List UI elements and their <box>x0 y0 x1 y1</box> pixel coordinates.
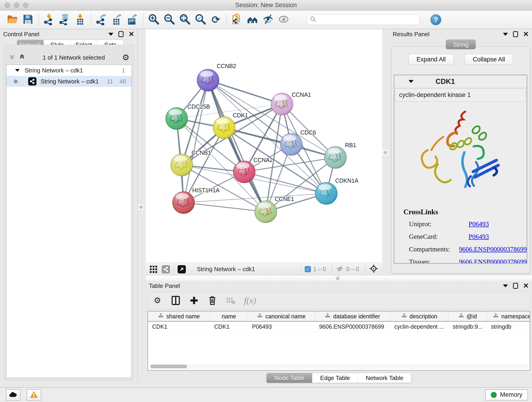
database-import-icon <box>59 13 70 26</box>
panel-menu-icon[interactable] <box>503 284 508 287</box>
collection-count: 1 <box>122 67 125 74</box>
network-graph[interactable]: CCNB2CCNA1CDC25BCDK1CDC6RB1CCNB1CCNA2CDK… <box>146 29 382 262</box>
collapse-all-button[interactable]: Collapse All <box>465 54 513 65</box>
warnings-button[interactable] <box>27 389 41 401</box>
current-network-indicator <box>14 80 18 83</box>
delete-column-icon[interactable] <box>207 295 217 306</box>
table-row[interactable]: CDK1 CDK1 P06493 9606.ENSP00000378699 cy… <box>148 322 530 332</box>
node-table[interactable]: shared name name canonical name database… <box>147 311 530 370</box>
results-panel: Results Panel ✕ String Expand All Collap… <box>389 29 532 274</box>
toolbar-search[interactable] <box>307 14 420 25</box>
selected-items-checkbox[interactable]: ✓ <box>305 266 311 272</box>
close-panel-icon[interactable]: ✕ <box>523 31 529 38</box>
network-row[interactable]: String Network – cdk1 11 48 <box>6 76 132 87</box>
node-label-rb1: RB1 <box>345 142 356 148</box>
export-network-to-file-button[interactable] <box>94 13 108 27</box>
column-header-database-identifier[interactable]: database identifier <box>315 312 390 321</box>
help-button[interactable]: ? <box>430 14 441 25</box>
node-table-header-row: shared name name canonical name database… <box>148 312 530 322</box>
uniprot-link[interactable]: P06493 <box>469 220 489 228</box>
zoom-fit-button[interactable] <box>178 13 191 27</box>
collapse-collection-icon[interactable] <box>15 69 20 72</box>
column-header-namespace[interactable]: namespace <box>487 312 530 321</box>
node-label-ccne1: CCNE1 <box>275 196 294 202</box>
node-label-cdk1: CDK1 <box>233 112 248 119</box>
tab-string[interactable]: String <box>446 40 476 49</box>
genecard-link[interactable]: P06493 <box>469 233 489 240</box>
first-neighbors-button[interactable] <box>246 13 259 27</box>
edge-count: 48 <box>119 78 126 85</box>
show-columns-icon[interactable] <box>171 295 181 306</box>
scrollbar-thumb[interactable] <box>150 365 187 368</box>
create-column-icon[interactable] <box>189 295 199 306</box>
memory-button[interactable]: Memory <box>485 389 528 400</box>
network-options-gear-icon[interactable]: ⚙ <box>122 53 129 62</box>
network-node-ccnb2 <box>197 69 219 91</box>
bottom-splitter-handle[interactable] <box>335 276 341 281</box>
tab-network-table[interactable]: Network Table <box>358 373 411 383</box>
export-table-to-file-button[interactable] <box>110 13 124 27</box>
show-hidden-button[interactable] <box>277 13 291 27</box>
right-splitter-handle[interactable] <box>382 149 388 155</box>
export-image-icon <box>127 13 138 26</box>
import-network-from-file-button[interactable] <box>42 13 56 27</box>
panel-menu-icon[interactable] <box>503 33 508 36</box>
gene-section: CDK1 cyclin-dependent kinase 1 <box>394 75 527 264</box>
hide-selected-button[interactable] <box>261 13 275 27</box>
export-image-button[interactable] <box>126 13 139 27</box>
zoom-out-button[interactable] <box>162 13 176 27</box>
table-options-gear-icon[interactable]: ⚙ <box>152 295 162 306</box>
collapse-all-networks-icon[interactable] <box>19 53 25 62</box>
gene-section-header[interactable]: CDK1 <box>394 75 527 88</box>
compartments-link[interactable]: 9606.ENSP00000378699 <box>459 245 527 253</box>
control-panel-title: Control Panel <box>3 31 39 38</box>
network-view-canvas[interactable]: CCNB2CCNA1CDC25BCDK1CDC6RB1CCNB1CCNA2CDK… <box>146 29 382 262</box>
save-session-button[interactable] <box>21 13 35 27</box>
column-type-icon <box>158 313 164 320</box>
open-in-new-window-icon[interactable] <box>177 265 186 274</box>
expand-all-networks-icon[interactable] <box>8 53 15 62</box>
birds-eye-view-icon[interactable] <box>369 264 379 275</box>
cloud-status-button[interactable] <box>6 389 21 401</box>
search-input[interactable] <box>318 17 417 23</box>
float-panel-icon[interactable] <box>119 31 123 37</box>
crosslink-label: Compartments: <box>409 245 459 253</box>
left-splitter-handle[interactable] <box>138 204 144 210</box>
node-label-hist1h1a: HIST1H1A <box>192 187 220 193</box>
zoom-selected-button[interactable] <box>193 13 207 27</box>
node-label-cdc25b: CDC25B <box>187 103 210 110</box>
zoom-in-button[interactable] <box>147 13 160 27</box>
column-header-shared-name[interactable]: shared name <box>148 312 210 321</box>
crosslink-row: Compartments: 9606.ENSP00000378699 <box>404 245 527 253</box>
tab-edge-table[interactable]: Edge Table <box>312 373 358 383</box>
tissues-link[interactable]: 9606.ENSP00000378699 <box>459 258 527 264</box>
column-header-name[interactable]: name <box>210 312 248 321</box>
close-panel-icon[interactable]: ✕ <box>523 282 529 289</box>
clone-network-button[interactable] <box>230 13 244 27</box>
close-panel-icon[interactable]: ✕ <box>128 31 134 38</box>
import-table-from-file-button[interactable] <box>73 13 87 27</box>
horizontal-scrollbar[interactable] <box>149 364 528 369</box>
update-network-button[interactable]: ⟳ <box>209 13 223 27</box>
column-type-icon <box>493 313 499 320</box>
panel-menu-icon[interactable] <box>108 33 114 36</box>
float-panel-icon[interactable] <box>513 31 518 37</box>
network-collection-row[interactable]: String Network – cdk1 1 <box>6 65 132 76</box>
tab-node-table[interactable]: Node Table <box>267 373 312 383</box>
search-icon <box>310 16 317 23</box>
string-style-icon[interactable] <box>162 265 170 274</box>
float-panel-icon[interactable] <box>513 283 518 289</box>
column-header-description[interactable]: description <box>390 312 449 321</box>
open-session-button[interactable] <box>6 13 19 27</box>
grid-view-icon[interactable] <box>148 264 158 274</box>
collapse-gene-icon[interactable] <box>409 80 413 83</box>
expand-all-button[interactable]: Expand All <box>409 54 454 65</box>
title-bar: Session: New Session <box>0 0 532 11</box>
column-header-canonical-name[interactable]: canonical name <box>248 312 315 321</box>
hidden-items-eye-icon[interactable] <box>336 264 344 274</box>
import-network-icon <box>43 13 55 26</box>
toolbar-separator <box>38 13 39 26</box>
import-network-from-database-button[interactable] <box>58 13 71 27</box>
column-header-id[interactable]: @id <box>449 312 487 321</box>
crosslink-row: Uniprot: P06493 <box>404 220 527 228</box>
